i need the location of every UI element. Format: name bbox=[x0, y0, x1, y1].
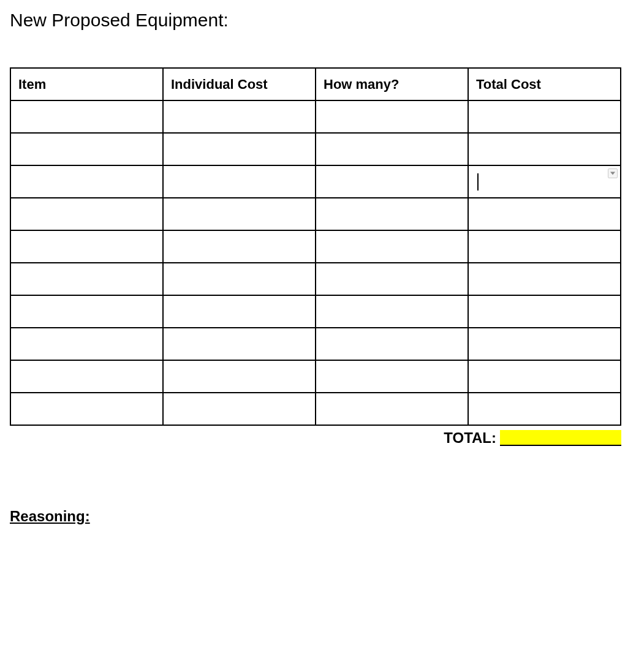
total-row: TOTAL: bbox=[10, 429, 621, 447]
cell-individual-cost[interactable] bbox=[163, 198, 316, 230]
cell-quantity[interactable] bbox=[316, 295, 468, 328]
cell-individual-cost[interactable] bbox=[163, 295, 316, 328]
cell-individual-cost[interactable] bbox=[163, 165, 316, 198]
cell-total-cost[interactable] bbox=[468, 295, 621, 328]
cell-item[interactable] bbox=[10, 165, 163, 198]
reasoning-heading: Reasoning: bbox=[10, 508, 626, 525]
cell-quantity[interactable] bbox=[316, 263, 468, 295]
header-quantity: How many? bbox=[316, 68, 468, 100]
cell-item[interactable] bbox=[10, 230, 163, 263]
table-row bbox=[10, 328, 621, 360]
table-row bbox=[10, 360, 621, 393]
cell-total-cost[interactable] bbox=[468, 100, 621, 133]
cell-item[interactable] bbox=[10, 133, 163, 165]
page-title: New Proposed Equipment: bbox=[10, 10, 626, 31]
table-row bbox=[10, 263, 621, 295]
header-total-cost: Total Cost bbox=[468, 68, 621, 100]
header-individual-cost: Individual Cost bbox=[163, 68, 316, 100]
cell-quantity[interactable] bbox=[316, 328, 468, 360]
total-label: TOTAL: bbox=[444, 429, 496, 447]
cell-individual-cost[interactable] bbox=[163, 100, 316, 133]
cell-total-cost[interactable] bbox=[468, 230, 621, 263]
cell-item[interactable] bbox=[10, 100, 163, 133]
table-row bbox=[10, 100, 621, 133]
cell-quantity[interactable] bbox=[316, 165, 468, 198]
cell-total-cost[interactable] bbox=[468, 198, 621, 230]
cell-quantity[interactable] bbox=[316, 230, 468, 263]
svg-marker-0 bbox=[610, 172, 615, 175]
cell-individual-cost[interactable] bbox=[163, 230, 316, 263]
cell-quantity[interactable] bbox=[316, 198, 468, 230]
header-item: Item bbox=[10, 68, 163, 100]
table-row bbox=[10, 198, 621, 230]
dropdown-icon[interactable] bbox=[608, 168, 618, 178]
cell-quantity[interactable] bbox=[316, 100, 468, 133]
cell-individual-cost[interactable] bbox=[163, 133, 316, 165]
cell-individual-cost[interactable] bbox=[163, 360, 316, 393]
cell-quantity[interactable] bbox=[316, 393, 468, 425]
cell-item[interactable] bbox=[10, 295, 163, 328]
cell-total-cost[interactable] bbox=[468, 393, 621, 425]
cell-item[interactable] bbox=[10, 328, 163, 360]
cell-quantity[interactable] bbox=[316, 133, 468, 165]
cell-total-cost[interactable] bbox=[468, 328, 621, 360]
cell-total-cost[interactable] bbox=[468, 133, 621, 165]
cell-individual-cost[interactable] bbox=[163, 328, 316, 360]
table-row bbox=[10, 230, 621, 263]
cell-total-cost[interactable] bbox=[468, 360, 621, 393]
cell-total-cost[interactable] bbox=[468, 263, 621, 295]
table-row bbox=[10, 133, 621, 165]
cell-item[interactable] bbox=[10, 198, 163, 230]
equipment-table: Item Individual Cost How many? Total Cos… bbox=[10, 67, 621, 426]
cell-individual-cost[interactable] bbox=[163, 393, 316, 425]
cell-quantity[interactable] bbox=[316, 360, 468, 393]
cell-item[interactable] bbox=[10, 360, 163, 393]
table-row bbox=[10, 165, 621, 198]
cell-total-cost-active[interactable] bbox=[468, 165, 621, 198]
table-row bbox=[10, 295, 621, 328]
total-value-blank[interactable] bbox=[500, 430, 621, 446]
text-cursor-icon bbox=[477, 173, 479, 191]
cell-individual-cost[interactable] bbox=[163, 263, 316, 295]
cell-item[interactable] bbox=[10, 393, 163, 425]
table-body bbox=[10, 100, 621, 425]
cell-item[interactable] bbox=[10, 263, 163, 295]
table-header-row: Item Individual Cost How many? Total Cos… bbox=[10, 68, 621, 100]
table-row bbox=[10, 393, 621, 425]
